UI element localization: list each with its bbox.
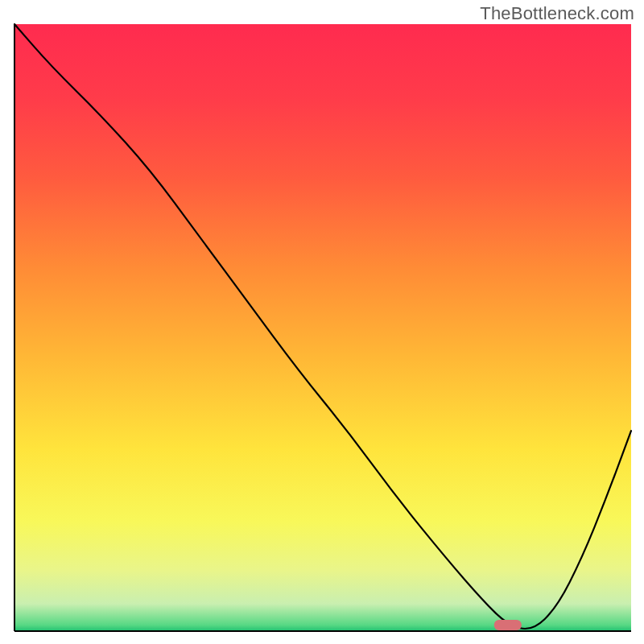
bottleneck-chart: TheBottleneck.com [0,0,644,644]
plot-background [14,24,631,631]
optimal-marker [494,620,522,630]
chart-svg [0,0,644,644]
watermark-text: TheBottleneck.com [480,3,634,24]
